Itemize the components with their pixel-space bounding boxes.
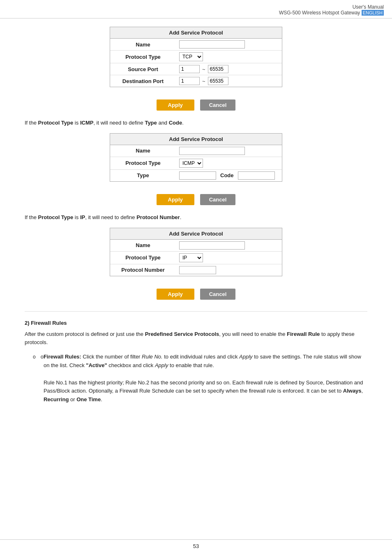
- form2-name-input[interactable]: [179, 147, 245, 155]
- form2-protocol-label: Protocol Type: [110, 158, 176, 168]
- recurring-bold: Recurring: [44, 396, 69, 402]
- form1-buttons: Apply Cancel: [25, 95, 367, 115]
- predefined-bold: Predefined Service Protocols: [145, 331, 219, 337]
- form1-dest-label: Destination Port: [110, 76, 176, 86]
- desc2-text: If the Protocol Type is IP, it will need…: [25, 213, 367, 222]
- page-number: 53: [193, 543, 199, 549]
- form3-apply-button[interactable]: Apply: [157, 289, 194, 300]
- desc1-bold4: Code: [169, 120, 182, 126]
- section-divider: [25, 311, 367, 312]
- form-tcp: Add Service Protocol Name Protocol Type …: [110, 27, 282, 87]
- firewall-rules-bold: Firewall Rules:: [44, 354, 81, 360]
- main-content: Add Service Protocol Name Protocol Type …: [0, 18, 392, 421]
- desc1-bold2: ICMP: [80, 120, 94, 126]
- desc1-bold1: Protocol Type: [38, 120, 74, 126]
- form2-apply-button[interactable]: Apply: [157, 194, 194, 205]
- form1-dest-from[interactable]: [179, 77, 200, 85]
- page-footer: 53: [0, 539, 392, 549]
- form1-dest-to[interactable]: [208, 77, 228, 85]
- firewall-rule-bold: Firewall Rule: [287, 331, 320, 337]
- firewall-bullets: o Firewall Rules: Click the number of fi…: [25, 353, 367, 404]
- form3-protnum-label: Protocol Number: [110, 265, 176, 275]
- form3-protocol-value: TCP UDP ICMP IP: [176, 252, 282, 264]
- form2-code-input[interactable]: [238, 171, 275, 180]
- form1-protocol-label: Protocol Type: [110, 52, 176, 62]
- form3-name-label: Name: [110, 240, 176, 250]
- form2-type-input[interactable]: [179, 171, 216, 180]
- page-header: User's Manual WSG-500 Wireless Hotspot G…: [0, 0, 392, 18]
- onetime-bold: One Time: [76, 396, 101, 402]
- form1-apply-button[interactable]: Apply: [157, 99, 194, 111]
- firewall-section-heading: 2) Firewall Rules: [25, 320, 367, 326]
- form1-protocol-row: Protocol Type TCP UDP ICMP IP: [110, 51, 282, 63]
- tilde-dest: ~: [202, 78, 205, 84]
- desc1-text: If the Protocol Type is ICMP, it will ne…: [25, 119, 367, 127]
- form2-type-code-row: Type Code: [110, 170, 282, 181]
- form3-protnum-row: Protocol Number: [110, 264, 282, 276]
- form1-name-label: Name: [110, 39, 176, 50]
- always-bold: Always: [343, 388, 362, 394]
- form1-protocol-select[interactable]: TCP UDP ICMP IP: [179, 52, 203, 61]
- form2-cancel-button[interactable]: Cancel: [200, 194, 236, 205]
- firewall-intro: After the custom protocol is defined or …: [25, 330, 367, 347]
- form1-source-to[interactable]: [208, 65, 228, 73]
- form1-cancel-button[interactable]: Cancel: [200, 99, 236, 111]
- form2-type-label: Type: [110, 170, 176, 180]
- bullet-marker: o: [41, 353, 44, 361]
- code-label: Code: [220, 172, 234, 178]
- form2-buttons: Apply Cancel: [25, 189, 367, 209]
- form1-name-row: Name: [110, 39, 282, 51]
- manual-title: User's Manual: [8, 4, 384, 10]
- firewall-paragraph2: Rule No.1 has the highest priority; Rule…: [44, 379, 363, 403]
- form3-name-input[interactable]: [179, 241, 245, 250]
- apply-italic2: Apply: [155, 362, 168, 368]
- form2-name-row: Name: [110, 145, 282, 157]
- desc2-bold2: IP: [80, 214, 85, 220]
- form1-protocol-value: TCP UDP ICMP IP: [176, 51, 282, 63]
- tilde-source: ~: [202, 66, 205, 72]
- rule-no-italic: Rule No.: [142, 354, 163, 360]
- form1-source-value: ~: [176, 63, 282, 75]
- desc1-bold3: Type: [145, 120, 157, 126]
- form2-title: Add Service Protocol: [110, 134, 282, 145]
- form1-name-value: [176, 39, 282, 50]
- form3-protnum-value: [176, 264, 282, 276]
- bullet-content: Firewall Rules: Click the number of filt…: [44, 353, 367, 404]
- device-title: WSG-500 Wireless Hotspot Gateway ENGLISH: [8, 10, 384, 16]
- form3-protocol-select[interactable]: TCP UDP ICMP IP: [179, 253, 203, 262]
- firewall-bullet-item: o Firewall Rules: Click the number of fi…: [33, 353, 367, 404]
- form2-type-code-value: Code: [176, 170, 282, 181]
- form-ip: Add Service Protocol Name Protocol Type …: [110, 228, 282, 276]
- form-icmp: Add Service Protocol Name Protocol Type …: [110, 133, 282, 182]
- form2-name-label: Name: [110, 146, 176, 156]
- form3-name-value: [176, 240, 282, 251]
- form2-name-value: [176, 145, 282, 157]
- form2-protocol-row: Protocol Type TCP UDP ICMP IP: [110, 157, 282, 170]
- form1-name-input[interactable]: [179, 40, 245, 49]
- form1-source-label: Source Port: [110, 64, 176, 74]
- form1-source-row: Source Port ~: [110, 63, 282, 75]
- form2-protocol-select[interactable]: TCP UDP ICMP IP: [179, 159, 203, 168]
- form3-title: Add Service Protocol: [110, 228, 282, 240]
- form3-name-row: Name: [110, 240, 282, 252]
- apply-italic1: Apply: [239, 354, 253, 360]
- form1-source-from[interactable]: [179, 65, 200, 73]
- desc2-bold3: Protocol Number: [136, 214, 180, 220]
- form3-protocol-row: Protocol Type TCP UDP ICMP IP: [110, 252, 282, 264]
- desc2-bold1: Protocol Type: [38, 214, 74, 220]
- form2-protocol-value: TCP UDP ICMP IP: [176, 157, 282, 169]
- form3-protocol-label: Protocol Type: [110, 252, 176, 263]
- form1-dest-row: Destination Port ~: [110, 75, 282, 87]
- form3-buttons: Apply Cancel: [25, 284, 367, 304]
- form1-dest-value: ~: [176, 75, 282, 87]
- active-quote: "Active": [86, 362, 107, 368]
- form3-cancel-button[interactable]: Cancel: [200, 289, 236, 300]
- form1-title: Add Service Protocol: [110, 27, 282, 39]
- language-badge: ENGLISH: [362, 10, 384, 16]
- form3-protnum-input[interactable]: [179, 266, 216, 274]
